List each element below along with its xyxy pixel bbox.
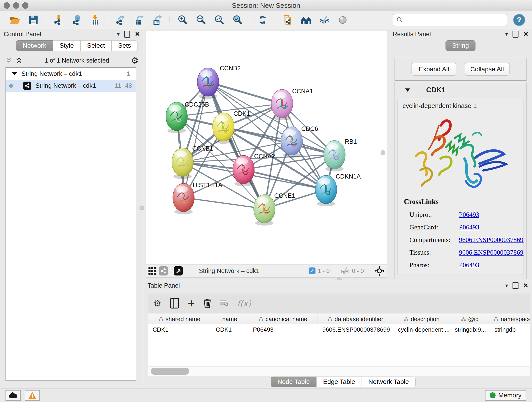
network-node-RB1[interactable]: RB1 [324,138,357,172]
gray-eye-icon[interactable] [337,14,349,26]
network-row[interactable]: String Network – cdk1 11 48 [6,80,136,92]
columns-icon[interactable] [170,298,179,308]
column-header-canonical-name[interactable]: canonical name [248,314,318,324]
table-cell[interactable]: 9606.ENSP00000378699 [318,324,393,335]
node-table[interactable]: shared namenamecanonical namedatabase id… [148,314,530,376]
zoom-in-icon[interactable] [177,14,188,26]
help-icon[interactable]: ? [513,14,525,26]
column-header-shared-name[interactable]: shared name [148,314,211,324]
zoom-fit-icon[interactable] [213,14,225,26]
collapse-all-icon[interactable] [16,57,23,64]
tab-sets[interactable]: Sets [112,40,138,51]
collapse-panel-icon[interactable]: ▾ [505,283,508,288]
export-table-icon[interactable] [133,14,145,26]
table-cell[interactable]: CDK1 [148,324,211,335]
hidden-eye-icon[interactable] [340,267,350,275]
import-table-icon[interactable] [89,14,101,26]
share-view-icon[interactable] [159,266,168,275]
search-input[interactable] [403,16,507,24]
network-node-HIST1H1A[interactable]: HIST1H1A [173,182,222,214]
crosslink-link[interactable]: P06493 [459,223,479,231]
left-splitter-grip[interactable] [139,206,144,211]
network-node-CCNE1[interactable]: CCNE1 [254,192,295,225]
expand-all-icon[interactable] [5,57,12,64]
show-all-networks-icon[interactable] [300,14,312,26]
network-node-CCNA1[interactable]: CCNA1 [271,88,313,120]
table-cell[interactable]: cyclin-dependent ... [393,324,450,335]
float-panel-icon[interactable] [124,31,130,38]
table-cell[interactable]: P06493 [248,324,318,335]
network-edge[interactable] [184,82,208,198]
network-node-CCNB2[interactable]: CCNB2 [197,65,241,99]
gear-icon[interactable]: ⚙ [131,56,139,65]
tab-select[interactable]: Select [80,40,112,51]
grid-view-icon[interactable] [148,267,156,275]
crosslink-link[interactable]: 9606.ENSP00000378699 [459,236,524,244]
delete-table-icon[interactable] [220,300,228,307]
tab-node-table[interactable]: Node Table [271,376,317,387]
float-panel-icon[interactable] [513,31,519,38]
tab-style[interactable]: Style [53,40,80,51]
tree-expand-icon[interactable] [12,72,17,75]
network-edge[interactable] [184,198,264,209]
table-hscrollbar-thumb[interactable] [151,368,189,375]
selected-checkbox-icon[interactable]: ✓ [309,268,316,274]
warning-button[interactable] [25,390,40,401]
table-cell[interactable]: stringdb [490,324,530,335]
zoom-out-icon[interactable] [195,14,207,26]
export-image-icon[interactable] [151,14,163,26]
crosslink-link[interactable]: P06493 [459,261,479,269]
network-edge[interactable] [208,82,264,209]
column-header-name[interactable]: name [211,314,248,324]
collapse-all-button[interactable]: Collapse All [465,63,510,76]
column-header-namespace[interactable]: namespace [490,314,530,324]
tab-string[interactable]: String [445,40,475,51]
crosshair-icon[interactable] [374,266,385,276]
tab-network[interactable]: Network [16,40,53,51]
cloud-button[interactable] [6,390,21,401]
float-panel-icon[interactable] [513,282,519,289]
cytoscape-window: Session: New Session [0,0,532,402]
network-node-CCNB1[interactable]: CCNB1 [172,145,213,179]
export-network-icon[interactable] [114,14,127,26]
hide-selected-icon[interactable] [318,14,330,26]
function-builder-icon[interactable]: f(x) [237,299,251,308]
close-panel-icon[interactable]: ✕ [523,283,528,289]
delete-icon[interactable] [203,299,211,308]
save-session-icon[interactable] [27,14,39,26]
close-panel-icon[interactable]: ✕ [135,31,140,37]
section-expand-icon[interactable] [405,89,410,92]
zoom-selected-icon[interactable] [231,14,243,26]
column-header-description[interactable]: description [393,314,450,324]
table-cell[interactable]: stringdb:9... [450,324,490,335]
expand-all-button[interactable]: Expand All [412,63,456,76]
network-node-CDKN1A[interactable]: CDKN1A [315,173,361,206]
network-collection-row[interactable]: String Network – cdk1 1 [6,68,136,80]
add-column-icon[interactable]: + [188,299,195,307]
collapse-panel-icon[interactable]: ▾ [117,32,120,37]
tab-edge-table[interactable]: Edge Table [317,376,362,387]
collapse-panel-icon[interactable]: ▾ [505,32,508,37]
crosslink-link[interactable]: P06493 [459,211,479,218]
import-network-icon[interactable] [53,14,65,26]
search-field[interactable] [393,14,507,26]
table-cell[interactable]: CDK1 [211,324,248,335]
open-in-window-icon[interactable]: ↗ [174,266,183,275]
right-splitter-grip[interactable] [380,150,385,155]
open-session-icon[interactable] [9,14,21,26]
network-edge[interactable] [208,82,282,104]
tab-network-table[interactable]: Network Table [362,376,416,387]
network-view-canvas[interactable]: CCNB2CCNA1CDC25BCDK1CDC6RB1CCNB1CCNA2CDK… [146,31,387,264]
column-header-@id[interactable]: @id [450,314,490,324]
table-hscrollbar[interactable] [148,366,530,376]
gear-icon[interactable]: ⚙ [153,299,161,307]
column-header-database-identifier[interactable]: database identifier [318,314,393,324]
network-node-CDC25B[interactable]: CDC25B [166,101,209,133]
gene-section-header[interactable]: CDK1 [395,82,526,98]
refresh-icon[interactable] [257,14,268,26]
close-panel-icon[interactable]: ✕ [523,31,528,37]
memory-button[interactable]: Memory [485,390,526,401]
crosslink-link[interactable]: 9606.ENSP00000378699 [459,249,524,256]
import-network-from-database-icon[interactable] [71,14,83,26]
network-from-clipboard-icon[interactable] [282,14,294,26]
